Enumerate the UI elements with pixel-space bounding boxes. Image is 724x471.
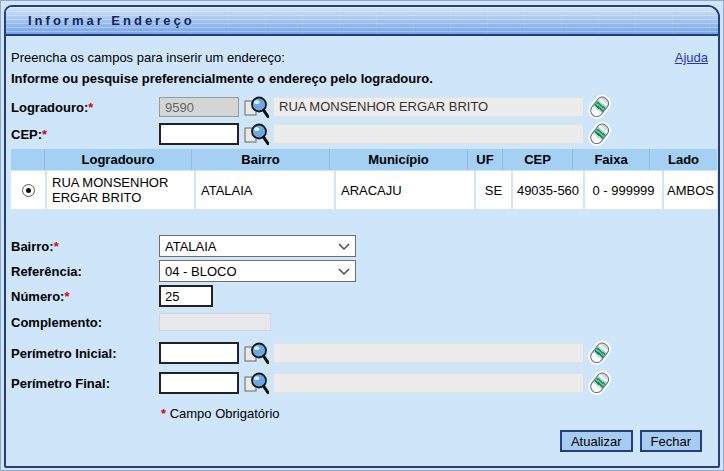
table-header-select xyxy=(11,149,45,170)
sub-instruction-text: Informe ou pesquise preferencialmente o … xyxy=(11,71,433,86)
cell-faixa: 0 - 999999 xyxy=(585,171,662,209)
table-header-municipio: Município xyxy=(330,149,468,170)
complemento-row: Complemento: xyxy=(11,310,271,334)
form-content: Preencha os campos para inserir um ender… xyxy=(6,38,718,466)
eraser-icon[interactable] xyxy=(589,340,611,366)
table-header-row: Logradouro Bairro Município UF CEP Faixa… xyxy=(11,149,717,170)
eraser-icon[interactable] xyxy=(589,121,611,147)
logradouro-name-field: RUA MONSENHOR ERGAR BRITO xyxy=(273,97,584,117)
perimetro-final-row: Perímetro Final: xyxy=(11,371,611,395)
table-header-cep: CEP xyxy=(503,149,573,170)
numero-input[interactable] xyxy=(159,285,213,307)
eraser-icon[interactable] xyxy=(589,370,611,396)
cell-bairro: ATALAIA xyxy=(196,171,334,209)
row-select-cell xyxy=(11,171,45,209)
cep-row: CEP:* xyxy=(11,122,611,146)
table-header-faixa: Faixa xyxy=(573,149,650,170)
perimetro-inicial-resolved-field xyxy=(273,343,584,363)
perimetro-inicial-input[interactable] xyxy=(159,342,239,364)
cep-resolved-field xyxy=(273,124,584,144)
perimetro-final-input[interactable] xyxy=(159,372,239,394)
cep-label: CEP:* xyxy=(11,127,159,142)
bairro-row: Bairro:* ATALAIA xyxy=(11,234,356,258)
cell-lado: AMBOS xyxy=(664,171,717,209)
table-header-bairro: Bairro xyxy=(192,149,330,170)
search-icon[interactable] xyxy=(243,121,269,147)
informar-endereco-window: Informar Endereço Preencha os campos par… xyxy=(0,0,724,471)
referencia-label: Referência: xyxy=(11,264,159,279)
complemento-field xyxy=(159,313,271,331)
cell-uf: SE xyxy=(476,171,511,209)
window-frame: Informar Endereço Preencha os campos par… xyxy=(4,5,720,468)
table-row[interactable]: RUA MONSENHOR ERGAR BRITO ATALAIA ARACAJ… xyxy=(11,171,717,209)
cell-cep: 49035-560 xyxy=(513,171,583,209)
logradouro-label: Logradouro:* xyxy=(11,100,159,115)
perimetro-inicial-label: Perímetro Inicial: xyxy=(11,346,159,361)
perimetro-final-resolved-field xyxy=(273,373,584,393)
cell-municipio: ARACAJU xyxy=(336,171,474,209)
numero-label: Número:* xyxy=(11,289,159,304)
bairro-select[interactable]: ATALAIA xyxy=(159,235,356,257)
cell-logradouro: RUA MONSENHOR ERGAR BRITO xyxy=(47,171,194,209)
search-icon[interactable] xyxy=(243,94,269,120)
search-icon[interactable] xyxy=(243,370,269,396)
table-header-uf: UF xyxy=(468,149,503,170)
chevron-down-icon xyxy=(336,268,350,275)
title-bar: Informar Endereço xyxy=(6,7,718,36)
button-bar: Atualizar Fechar xyxy=(560,430,702,452)
numero-row: Número:* xyxy=(11,284,213,308)
perimetro-inicial-row: Perímetro Inicial: xyxy=(11,341,611,365)
table-header-lado: Lado xyxy=(650,149,717,170)
chevron-down-icon xyxy=(336,243,350,250)
instructions-text: Preencha os campos para inserir um ender… xyxy=(11,50,285,65)
perimetro-final-label: Perímetro Final: xyxy=(11,376,159,391)
required-note: * Campo Obrigatório xyxy=(161,406,280,421)
fechar-button[interactable]: Fechar xyxy=(640,430,702,452)
referencia-row: Referência: 04 - BLOCO xyxy=(11,259,356,283)
bairro-label: Bairro:* xyxy=(11,239,159,254)
row-radio-selected[interactable] xyxy=(22,184,35,197)
complemento-label: Complemento: xyxy=(11,315,159,330)
search-icon[interactable] xyxy=(243,340,269,366)
address-results-table: Logradouro Bairro Município UF CEP Faixa… xyxy=(11,149,717,209)
atualizar-button[interactable]: Atualizar xyxy=(560,430,633,452)
logradouro-row: Logradouro:* RUA MONSENHOR ERGAR BRITO xyxy=(11,95,611,119)
eraser-icon[interactable] xyxy=(589,94,611,120)
referencia-select[interactable]: 04 - BLOCO xyxy=(159,260,356,282)
page-title: Informar Endereço xyxy=(6,13,195,28)
cep-input[interactable] xyxy=(159,123,239,145)
ajuda-link[interactable]: Ajuda xyxy=(675,50,708,65)
logradouro-code-input xyxy=(159,97,239,117)
table-header-logradouro: Logradouro xyxy=(45,149,192,170)
